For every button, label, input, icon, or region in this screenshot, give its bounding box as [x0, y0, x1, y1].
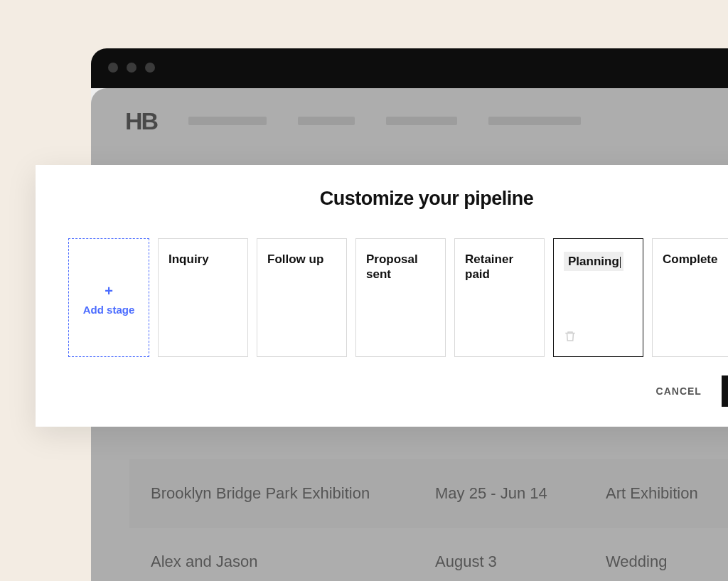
stage-label-input[interactable]: Planning: [564, 252, 623, 271]
pipeline-stages: + Add stage Inquiry Follow up Proposal s…: [36, 238, 728, 357]
pipeline-stage-complete[interactable]: Complete: [652, 238, 728, 357]
plus-icon: +: [105, 284, 113, 298]
cancel-button[interactable]: CANCEL: [656, 385, 702, 397]
pipeline-stage-inquiry[interactable]: Inquiry: [158, 238, 248, 357]
modal-title: Customize your pipeline: [36, 188, 728, 210]
window-dot: [108, 63, 118, 73]
customize-pipeline-modal: Customize your pipeline + Add stage Inqu…: [36, 165, 728, 427]
window-dot: [145, 63, 155, 73]
add-stage-button[interactable]: + Add stage: [68, 238, 149, 357]
window-dot: [127, 63, 136, 73]
text-caret: [620, 257, 621, 268]
pipeline-stage-retainer-paid[interactable]: Retainer paid: [454, 238, 545, 357]
stage-label: Retainer paid: [465, 252, 513, 281]
stage-label: Proposal sent: [366, 252, 418, 281]
pipeline-stage-follow-up[interactable]: Follow up: [257, 238, 347, 357]
trash-icon[interactable]: [564, 330, 577, 346]
add-stage-label: Add stage: [83, 304, 135, 317]
pipeline-stage-proposal-sent[interactable]: Proposal sent: [355, 238, 446, 357]
window-controls: [91, 48, 728, 87]
modal-actions: CANCEL SAVE: [656, 375, 728, 407]
stage-label: Inquiry: [168, 252, 209, 266]
pipeline-stage-planning[interactable]: Planning: [553, 238, 643, 357]
stage-label: Follow up: [267, 252, 323, 266]
stage-label: Complete: [663, 252, 717, 266]
save-button[interactable]: SAVE: [722, 375, 728, 407]
